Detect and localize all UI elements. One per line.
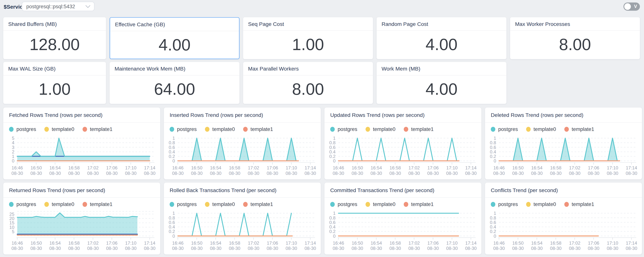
legend-item-template1[interactable]: template1 (564, 202, 594, 207)
legend-item-postgres[interactable]: postgres (491, 202, 518, 207)
legend-dot-template0-icon (366, 127, 370, 132)
legend-item-template0[interactable]: template0 (366, 202, 396, 207)
stat-card-title: Effective Cache (GB) (110, 18, 239, 31)
y-axis-tick-label: 0 (333, 158, 336, 163)
stat-card-max-wal-size-gb[interactable]: Max WAL Size (GB)1.00 (4, 62, 106, 104)
x-axis-date-label: 08-30 (333, 246, 344, 251)
toggle-knob-icon (624, 3, 631, 10)
stat-card-random-page-cost[interactable]: Random Page Cost4.00 (377, 17, 506, 59)
stat-card-shared-buffers-mb[interactable]: Shared Buffers (MB)128.00 (4, 17, 106, 59)
legend-dot-template0-icon (205, 127, 209, 132)
stat-card-title: Random Page Cost (377, 17, 506, 31)
stat-card-work-mem-mb[interactable]: Work Mem (MB)4.00 (377, 62, 506, 104)
legend-item-template0[interactable]: template0 (44, 202, 74, 207)
x-axis-time-label: 16:46 (12, 241, 23, 246)
x-axis-time-label: 17:10 (125, 241, 136, 246)
x-axis-date-label: 08-30 (390, 246, 401, 251)
stat-card-effective-cache-gb[interactable]: Effective Cache (GB)4.00 (110, 17, 240, 59)
legend-item-postgres[interactable]: postgres (9, 126, 36, 132)
x-axis-time-label: 17:06 (106, 165, 118, 170)
legend-item-template1[interactable]: template1 (404, 126, 434, 132)
x-axis-date-label: 08-30 (390, 171, 401, 176)
chart-legend: postgrestemplate0template1 (9, 126, 154, 132)
x-axis-date-label: 08-30 (333, 171, 344, 176)
legend-item-template0[interactable]: template0 (526, 126, 556, 132)
legend-item-template1[interactable]: template1 (243, 126, 273, 132)
legend-dot-template1-icon (564, 127, 569, 132)
legend-item-template0[interactable]: template0 (366, 126, 396, 132)
x-axis-date-label: 08-30 (229, 246, 240, 251)
x-axis-time-label: 17:06 (106, 241, 118, 246)
legend-item-template1[interactable]: template1 (404, 202, 434, 207)
legend-item-template1[interactable]: template1 (82, 202, 112, 207)
chevron-down-icon (86, 5, 90, 8)
chart-canvas: 00.20.40.60.8116:4608-3016:5008-3016:540… (164, 132, 321, 176)
chart-legend: postgrestemplate0template1 (9, 202, 154, 207)
y-axis-tick-label: 0.4 (490, 224, 496, 230)
legend-dot-postgres-icon (491, 127, 495, 132)
y-axis-tick-label: 0.8 (168, 215, 175, 221)
legend-dot-template1-icon (564, 202, 569, 207)
series-postgres-area (17, 138, 150, 161)
legend-item-postgres[interactable]: postgres (491, 126, 518, 132)
stat-card-seq-page-cost[interactable]: Seq Page Cost1.00 (243, 17, 373, 59)
legend-label: postgres (177, 126, 197, 132)
x-axis-date-label: 08-30 (626, 171, 638, 176)
y-axis-tick-label: 0 (494, 234, 496, 239)
x-axis-time-label: 16:58 (229, 165, 240, 170)
legend-item-template1[interactable]: template1 (243, 202, 273, 207)
legend-item-template1[interactable]: template1 (82, 126, 112, 132)
legend-dot-postgres-icon (9, 127, 14, 132)
stat-card-value: 4.00 (426, 80, 457, 98)
x-axis-time-label: 17:10 (286, 165, 297, 170)
legend-label: postgres (498, 202, 518, 207)
x-axis-date-label: 08-30 (370, 246, 382, 251)
legend-label: template1 (90, 126, 112, 132)
x-axis-time-label: 16:58 (229, 241, 240, 246)
legend-item-template0[interactable]: template0 (205, 202, 235, 207)
y-axis-tick-label: 0.8 (490, 215, 496, 221)
x-axis-date-label: 08-30 (210, 246, 222, 251)
legend-item-postgres[interactable]: postgres (330, 202, 357, 207)
y-axis-tick-label: 0 (172, 158, 175, 163)
y-axis-tick-label: 1 (333, 211, 336, 216)
x-axis-time-label: 17:14 (626, 241, 637, 246)
x-axis-time-label: 16:58 (550, 165, 562, 170)
legend-item-template0[interactable]: template0 (44, 126, 74, 132)
x-axis-time-label: 17:06 (267, 165, 278, 170)
view-toggle[interactable]: V (624, 2, 640, 11)
stat-card-max-worker-processes[interactable]: Max Worker Processes8.00 (510, 17, 640, 59)
legend-label: template0 (52, 202, 74, 207)
x-axis-time-label: 17:06 (267, 241, 278, 246)
x-axis-date-label: 08-30 (106, 171, 118, 176)
x-axis-date-label: 08-30 (607, 171, 618, 176)
legend-item-postgres[interactable]: postgres (9, 202, 36, 207)
chart-legend: postgrestemplate0template1 (170, 126, 315, 132)
y-axis-tick-label: 0.8 (168, 140, 175, 145)
legend-item-postgres[interactable]: postgres (170, 202, 196, 207)
x-axis-date-label: 08-30 (427, 246, 439, 251)
y-axis-tick-label: 0.6 (168, 220, 175, 225)
legend-item-postgres[interactable]: postgres (170, 126, 196, 132)
legend-dot-postgres-icon (170, 202, 174, 207)
legend-item-postgres[interactable]: postgres (330, 126, 357, 132)
x-axis-date-label: 08-30 (30, 246, 42, 251)
x-axis-time-label: 16:54 (210, 165, 221, 170)
x-axis-time-label: 16:46 (172, 165, 184, 170)
stat-card-value: 128.00 (30, 35, 80, 53)
x-axis-time-label: 17:14 (144, 241, 155, 246)
legend-item-template0[interactable]: template0 (205, 126, 235, 132)
legend-item-template1[interactable]: template1 (564, 126, 594, 132)
y-axis-tick-label: 5 (12, 136, 14, 141)
chart-canvas: 00.20.40.60.8116:4608-3016:5008-3016:540… (164, 207, 321, 251)
x-axis-time-label: 16:58 (390, 165, 401, 170)
x-axis-date-label: 08-30 (569, 171, 580, 176)
legend-label: template0 (212, 126, 235, 132)
stat-card-max-parallel-workers[interactable]: Max Parallel Workers8.00 (243, 62, 373, 104)
service-select[interactable]: postgresql::psql:5432 (22, 2, 94, 11)
legend-item-template0[interactable]: template0 (526, 202, 556, 207)
legend-label: postgres (498, 126, 518, 132)
stat-card-maintenance-work-mem-mb[interactable]: Maintenance Work Mem (MB)64.00 (110, 62, 240, 104)
stat-card-body: 4.00 (377, 76, 506, 103)
legend-dot-postgres-icon (330, 127, 335, 132)
